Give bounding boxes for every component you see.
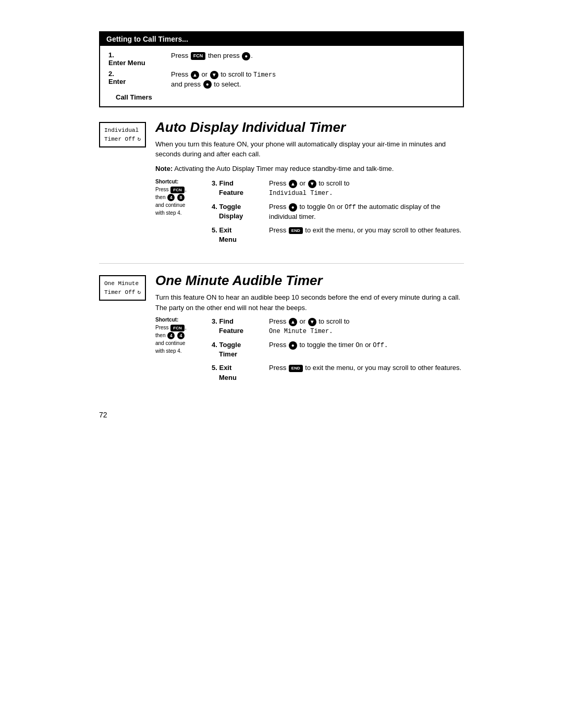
display-timer-off: Timer Off <box>104 135 135 144</box>
step-4-label: 4. Toggle Display <box>212 202 269 221</box>
om-step4-off: Off. <box>373 342 388 349</box>
display-line-2: Timer Off ↻ <box>104 135 141 144</box>
one-minute-step-3: 3. Find Feature Press ▲ or ▼ to scroll t… <box>212 317 464 336</box>
display-line-1: Individual <box>104 126 141 135</box>
step3-mono: Individual Timer. <box>269 190 333 197</box>
om-step5-end: END <box>289 365 303 372</box>
om-step-5-content: Press END to exit the menu, or you may s… <box>269 363 464 373</box>
shortcut-8: 8 <box>177 194 185 201</box>
shortcut-4a: 4 <box>167 194 175 201</box>
auto-display-step-5: 5. Exit Menu Press END to exit the menu,… <box>212 226 464 244</box>
one-minute-desc: Turn this feature ON to hear an audible … <box>155 292 464 313</box>
one-display-icon: ↻ <box>137 288 141 297</box>
auto-display-section: Individual Timer Off ↻ Auto Display Indi… <box>99 120 464 249</box>
note-bold: Note: <box>155 165 173 172</box>
one-display-line-2: Timer Off ↻ <box>104 288 141 297</box>
getting-box-body: 1. Enter Menu Press FCN then press ●. 2.… <box>100 46 463 106</box>
step-3-find: Find <box>219 179 233 187</box>
one-minute-title: One Minute Audible Timer <box>155 273 464 288</box>
circle-button-2: ● <box>203 80 212 89</box>
shortcut-label-2: Shortcut: <box>155 317 202 323</box>
step-4-num: 4. <box>212 203 217 211</box>
auto-display-step-3: 3. Find Feature Press ▲ or ▼ to scroll t… <box>212 179 464 198</box>
auto-display-title: Auto Display Individual Timer <box>155 120 464 135</box>
step-5-exit: Exit <box>219 226 231 234</box>
step-3-label: 3. Find Feature <box>212 179 269 198</box>
auto-display-shortcut-steps: Shortcut: Press FCN, then 4 8 and contin… <box>155 179 464 249</box>
auto-display-steps-container: 3. Find Feature Press ▲ or ▼ to scroll t… <box>212 179 464 249</box>
getting-enter-menu: Enter Menu <box>108 59 171 67</box>
one-minute-section: One Minute Timer Off ↻ One Minute Audibl… <box>99 273 464 386</box>
step5-end: END <box>289 227 303 234</box>
getting-row-2: 2. Enter Call Timers Press ▲ or ▼ to scr… <box>108 70 455 101</box>
timers-label: Timers <box>253 71 276 79</box>
step-3-feature: Feature <box>212 189 243 196</box>
getting-to-call-timers-box: Getting to Call Timers... 1. Enter Menu … <box>99 31 464 107</box>
page-number: 72 <box>99 411 464 419</box>
up-button-1: ▲ <box>191 71 199 79</box>
step4-off: Off <box>345 204 356 211</box>
fcn-button-1: FCN <box>191 52 206 60</box>
getting-enter: Enter <box>108 78 171 85</box>
one-minute-step-5: 5. Exit Menu Press END to exit the menu,… <box>212 363 464 382</box>
one-minute-shortcut: Shortcut: Press FCN, then 4 4 and contin… <box>155 317 202 355</box>
step-5-content: Press END to exit the menu, or you may s… <box>269 226 464 235</box>
om-step-4-num: 4. <box>212 341 217 349</box>
shortcut-desc-1: Press FCN, then 4 8 and continuewith ste… <box>155 186 202 217</box>
om-step-4-content: Press ● to toggle the timer On or Off. <box>269 340 464 350</box>
om-step-3-num: 3. <box>212 317 217 325</box>
getting-call-timers: Call Timers <box>108 93 171 101</box>
om-step-4-label: 4. Toggle Timer <box>212 340 269 359</box>
step3-up: ▲ <box>289 180 297 188</box>
one-display-line-1: One Minute <box>104 279 141 288</box>
shortcut-label-1: Shortcut: <box>155 179 202 184</box>
shortcut-fcn-2: FCN <box>170 325 184 331</box>
step-5-num: 5. <box>212 226 217 234</box>
getting-desc-2: Press ▲ or ▼ to scroll to Timers and pre… <box>171 70 455 89</box>
shortcut-fcn-1: FCN <box>170 187 184 193</box>
auto-display-step-4: 4. Toggle Display Press ● to toggle On o… <box>212 202 464 221</box>
circle-button-1: ● <box>242 52 250 60</box>
getting-label-2: 2. Enter Call Timers <box>108 70 171 101</box>
om-step-5-exit: Exit <box>219 364 231 372</box>
one-timer-off: Timer Off <box>104 288 135 297</box>
shortcut-4b: 4 <box>167 332 175 339</box>
om-step3-down: ▼ <box>308 318 316 326</box>
om-step4-circle: ● <box>289 341 297 350</box>
om-step4-on: On <box>356 342 363 349</box>
one-minute-shortcut-steps: Shortcut: Press FCN, then 4 4 and contin… <box>155 317 464 387</box>
step4-circle: ● <box>289 203 297 212</box>
om-step-3-feature: Feature <box>212 327 243 335</box>
om-step-3-label: 3. Find Feature <box>212 317 269 336</box>
auto-display-note: Note: Activating the Auto Display Timer … <box>155 164 464 174</box>
getting-label-1: 1. Enter Menu <box>108 51 171 67</box>
step-4-toggle: Toggle <box>219 203 241 211</box>
step-5-label: 5. Exit Menu <box>212 226 269 244</box>
auto-display-desc: When you turn this feature ON, your phon… <box>155 139 464 159</box>
om-step-5-menu: Menu <box>212 374 237 381</box>
shortcut-desc-2: Press FCN, then 4 4 and continuewith ste… <box>155 324 202 355</box>
step-4-display: Display <box>212 212 243 220</box>
getting-desc-1: Press FCN then press ●. <box>171 51 455 60</box>
one-minute-phone-display: One Minute Timer Off ↻ <box>99 275 146 301</box>
getting-step-num-1: 1. <box>108 51 171 59</box>
one-minute-main: One Minute Audible Timer Turn this featu… <box>155 273 464 386</box>
step-4-content: Press ● to toggle On or Off the automati… <box>269 202 464 221</box>
om-step3-up: ▲ <box>289 318 297 326</box>
display-icon: ↻ <box>137 135 141 144</box>
one-minute-steps-container: 3. Find Feature Press ▲ or ▼ to scroll t… <box>212 317 464 387</box>
om-step-3-content: Press ▲ or ▼ to scroll to One Minute Tim… <box>269 317 464 336</box>
auto-display-shortcut: Shortcut: Press FCN, then 4 8 and contin… <box>155 179 202 217</box>
step-3-num: 3. <box>212 179 217 187</box>
om-step-5-label: 5. Exit Menu <box>212 363 269 382</box>
om-step-3-find: Find <box>219 317 233 325</box>
down-button-1: ▼ <box>210 71 218 79</box>
om-step-4-timer: Timer <box>212 350 237 358</box>
section-divider <box>99 263 464 264</box>
getting-step-num-2: 2. <box>108 70 171 78</box>
step-5-menu: Menu <box>212 236 237 243</box>
auto-display-phone-display: Individual Timer Off ↻ <box>99 122 146 147</box>
getting-row-1: 1. Enter Menu Press FCN then press ●. <box>108 51 455 67</box>
content-area: Getting to Call Timers... 1. Enter Menu … <box>99 31 464 401</box>
om-step-4-toggle: Toggle <box>219 341 241 349</box>
